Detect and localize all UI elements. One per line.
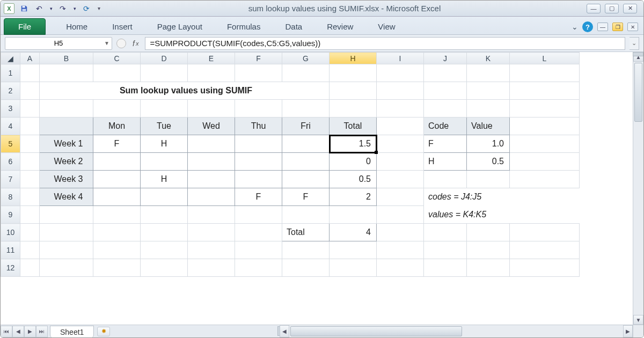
worksheet-grid[interactable]: ◢ A B C D E F G H I J K L 1 2 Sum lookup… bbox=[1, 52, 643, 325]
cell-D8[interactable] bbox=[141, 188, 188, 206]
tab-data[interactable]: Data bbox=[281, 19, 306, 34]
maximize-button[interactable]: ▢ bbox=[605, 4, 619, 13]
formula-expand-icon[interactable]: ⌄ bbox=[630, 37, 639, 50]
sheet-nav-next-icon[interactable]: ▶ bbox=[24, 326, 36, 337]
cell-C6[interactable] bbox=[93, 153, 141, 171]
vertical-scroll-thumb[interactable] bbox=[634, 63, 642, 122]
minimize-button[interactable]: — bbox=[587, 4, 601, 13]
col-header-H[interactable]: H bbox=[330, 53, 377, 64]
scroll-right-icon[interactable]: ▶ bbox=[623, 325, 633, 337]
col-header-A[interactable]: A bbox=[20, 53, 40, 64]
col-header-G[interactable]: G bbox=[282, 53, 330, 64]
workbook-minimize-button[interactable]: — bbox=[597, 23, 608, 31]
col-header-L[interactable]: L bbox=[510, 53, 580, 64]
refresh-icon[interactable]: ⟳ bbox=[80, 3, 93, 14]
col-header-K[interactable]: K bbox=[467, 53, 510, 64]
row-header-2[interactable]: 2 bbox=[1, 82, 20, 100]
cell-E7[interactable] bbox=[188, 171, 235, 188]
tab-review[interactable]: Review bbox=[323, 19, 357, 34]
sheet-tab-active[interactable]: Sheet1 bbox=[50, 326, 94, 338]
cell-F7[interactable] bbox=[235, 171, 282, 188]
name-box[interactable]: H5 ▼ bbox=[5, 37, 112, 50]
help-icon[interactable]: ? bbox=[582, 21, 593, 32]
cell-G8[interactable]: F bbox=[282, 188, 330, 206]
cell-F6[interactable] bbox=[235, 153, 282, 171]
lookup-code-0[interactable]: F bbox=[424, 135, 467, 153]
col-header-F[interactable]: F bbox=[235, 53, 282, 64]
col-header-E[interactable]: E bbox=[188, 53, 235, 64]
cell-H5[interactable]: 1.5 bbox=[330, 135, 377, 153]
undo-dropdown-icon[interactable]: ▾ bbox=[48, 3, 54, 14]
row-header-12[interactable]: 12 bbox=[1, 259, 20, 277]
horizontal-scroll-track[interactable] bbox=[463, 325, 623, 337]
scroll-down-icon[interactable]: ▼ bbox=[633, 315, 643, 325]
cell-H8[interactable]: 2 bbox=[330, 188, 377, 206]
undo-icon[interactable]: ↶ bbox=[33, 3, 46, 14]
svg-rect-1 bbox=[23, 9, 26, 11]
row-header-8[interactable]: 8 bbox=[1, 188, 20, 206]
tab-formulas[interactable]: Formulas bbox=[223, 19, 265, 34]
horizontal-scroll-thumb[interactable] bbox=[290, 326, 462, 336]
cell-E5[interactable] bbox=[188, 135, 235, 153]
cell-C8[interactable] bbox=[93, 188, 141, 206]
horizontal-scrollbar[interactable]: ◀ ▶ bbox=[280, 325, 633, 337]
vertical-scroll-track[interactable] bbox=[633, 123, 643, 315]
row-header-10[interactable]: 10 bbox=[1, 224, 20, 241]
cell-D5[interactable]: H bbox=[141, 135, 188, 153]
row-header-3[interactable]: 3 bbox=[1, 100, 20, 117]
save-icon[interactable] bbox=[18, 3, 31, 14]
cell-D7[interactable]: H bbox=[141, 171, 188, 188]
col-header-B[interactable]: B bbox=[40, 53, 93, 64]
row-header-4[interactable]: 4 bbox=[1, 117, 20, 135]
cell-D6[interactable] bbox=[141, 153, 188, 171]
vertical-split-handle[interactable] bbox=[633, 52, 643, 56]
insert-function-icon[interactable] bbox=[116, 39, 126, 48]
tab-view[interactable]: View bbox=[374, 19, 399, 34]
redo-dropdown-icon[interactable]: ▾ bbox=[71, 3, 78, 14]
qat-customize-icon[interactable]: ▾ bbox=[95, 3, 103, 14]
sheet-nav-prev-icon[interactable]: ◀ bbox=[12, 326, 24, 337]
lookup-code-1[interactable]: H bbox=[424, 153, 467, 171]
cell-H7[interactable]: 0.5 bbox=[330, 171, 377, 188]
cell-C5[interactable]: F bbox=[93, 135, 141, 153]
row-header-7[interactable]: 7 bbox=[1, 171, 20, 188]
lookup-value-1[interactable]: 0.5 bbox=[467, 153, 510, 171]
cell-F8[interactable]: F bbox=[235, 188, 282, 206]
lookup-value-0[interactable]: 1.0 bbox=[467, 135, 510, 153]
cell-G5[interactable] bbox=[282, 135, 330, 153]
workbook-close-button[interactable]: ✕ bbox=[627, 23, 638, 31]
close-button[interactable]: ✕ bbox=[623, 4, 637, 13]
cell-E6[interactable] bbox=[188, 153, 235, 171]
file-tab[interactable]: File bbox=[4, 18, 46, 35]
col-header-C[interactable]: C bbox=[93, 53, 141, 64]
col-header-I[interactable]: I bbox=[377, 53, 424, 64]
scroll-left-icon[interactable]: ◀ bbox=[280, 325, 289, 337]
sheet-nav-first-icon[interactable]: ⏮ bbox=[1, 326, 12, 337]
new-sheet-icon[interactable]: ✸ bbox=[97, 327, 110, 336]
cell-G6[interactable] bbox=[282, 153, 330, 171]
sheet-nav-last-icon[interactable]: ⏭ bbox=[36, 326, 48, 337]
row-header-1[interactable]: 1 bbox=[1, 64, 20, 82]
cell-G7[interactable] bbox=[282, 171, 330, 188]
tab-home[interactable]: Home bbox=[62, 19, 92, 34]
formula-input[interactable]: =SUMPRODUCT(SUMIF(codes,C5:G5,values)) bbox=[145, 37, 625, 50]
col-header-J[interactable]: J bbox=[424, 53, 467, 64]
redo-icon[interactable]: ↷ bbox=[56, 3, 69, 14]
row-header-6[interactable]: 6 bbox=[1, 153, 20, 171]
row-header-9[interactable]: 9 bbox=[1, 206, 20, 224]
row-header-5[interactable]: 5 bbox=[1, 135, 20, 153]
select-all-corner[interactable]: ◢ bbox=[1, 53, 20, 64]
tab-insert[interactable]: Insert bbox=[108, 19, 137, 34]
name-box-dropdown-icon[interactable]: ▼ bbox=[104, 40, 109, 46]
tab-page-layout[interactable]: Page Layout bbox=[153, 19, 207, 34]
row-header-11[interactable]: 11 bbox=[1, 241, 20, 259]
cell-C7[interactable] bbox=[93, 171, 141, 188]
vertical-scrollbar[interactable]: ▲ ▼ bbox=[633, 52, 643, 325]
col-header-D[interactable]: D bbox=[141, 53, 188, 64]
workbook-restore-button[interactable]: ❐ bbox=[612, 23, 623, 31]
grand-total-value[interactable]: 4 bbox=[330, 224, 377, 241]
cell-H6[interactable]: 0 bbox=[330, 153, 377, 171]
cell-F5[interactable] bbox=[235, 135, 282, 153]
ribbon-minimize-icon[interactable]: ⌄ bbox=[572, 23, 578, 31]
cell-E8[interactable] bbox=[188, 188, 235, 206]
